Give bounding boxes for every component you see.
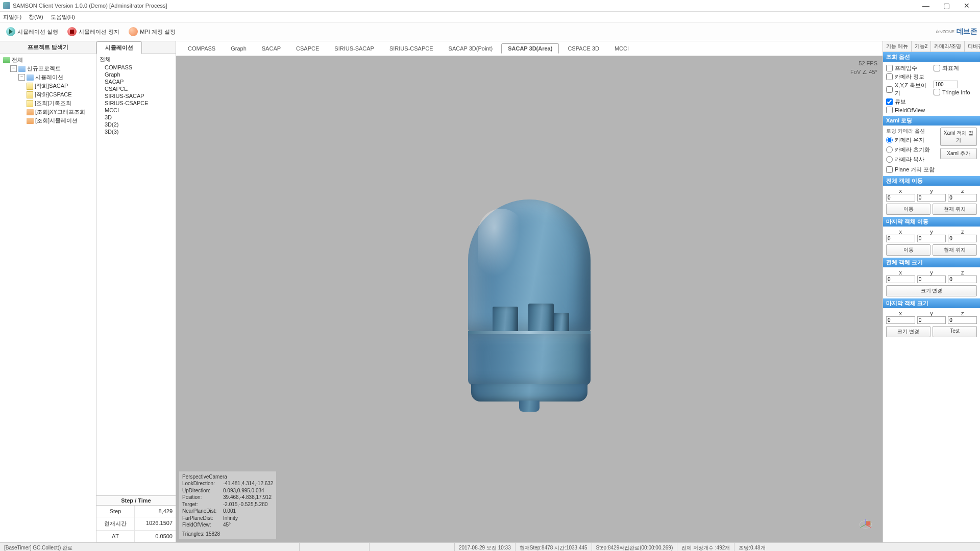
collapse-icon[interactable]: −: [10, 65, 17, 72]
tab-simulation[interactable]: 시뮬레이션: [96, 41, 142, 54]
rtab-debug[interactable]: 디버깅: [965, 41, 980, 52]
sim-item[interactable]: CSAPCE: [100, 85, 173, 92]
sim-item[interactable]: 3D(2): [100, 121, 173, 128]
hud-overlay: 52 FPS FoV ∠ 45°: [850, 59, 877, 76]
size-last-x[interactable]: [886, 316, 915, 324]
move-last-x[interactable]: [886, 235, 915, 242]
tree-item[interactable]: −신규프로젝트: [1, 64, 95, 73]
size-last-z[interactable]: [948, 316, 977, 324]
view-tab[interactable]: SACAP 3D(Point): [442, 43, 500, 54]
triangle-count: Triangles: 15828: [182, 531, 273, 538]
open-xaml-button[interactable]: Xaml 객체 열기: [940, 128, 977, 146]
move-all-current-button[interactable]: 현재 위치: [933, 204, 977, 215]
move-all-x[interactable]: [886, 194, 915, 202]
move-all-button[interactable]: 이동: [886, 204, 930, 215]
sim-item[interactable]: SACAP: [100, 78, 173, 85]
window-title: SAMSON Client Version 1.0.0 (Demo) [Admi…: [13, 3, 916, 9]
xyz-length-input[interactable]: [934, 81, 958, 88]
chk-triangle-info[interactable]: Tringle Info: [934, 88, 977, 96]
group-view-options: 조회 옵션: [883, 52, 980, 62]
menu-file[interactable]: 파일(F): [3, 13, 21, 21]
move-last-button[interactable]: 이동: [886, 244, 930, 256]
tree-root[interactable]: 전체: [1, 56, 95, 64]
move-last-current-button[interactable]: 현재 위치: [933, 244, 977, 256]
view-tab[interactable]: CSAPCE: [289, 43, 326, 54]
sim-item[interactable]: SIRIUS-SACAP: [100, 92, 173, 99]
menu-bar: 파일(F) 창(W) 도움말(H): [0, 12, 980, 22]
main-area: 프로젝트 탐색기 전체 −신규프로젝트 −시뮬레이션 [작화]SACAP [작화…: [0, 41, 980, 542]
tree-item[interactable]: [조회]기록조회: [1, 99, 95, 108]
chk-coord[interactable]: 좌표계: [934, 64, 977, 72]
move-last-z[interactable]: [948, 235, 977, 242]
view-tab[interactable]: COMPASS: [181, 43, 222, 54]
view-tab[interactable]: SACAP 3D(Area): [501, 43, 559, 54]
folder-icon: [3, 57, 10, 63]
chk-cube[interactable]: 큐브: [886, 97, 929, 106]
radio-cam-reset[interactable]: 카메라 초기화: [886, 145, 937, 154]
chk-frame[interactable]: 프레임수: [886, 64, 929, 72]
tree-item[interactable]: [작화]SACAP: [1, 82, 95, 90]
size-all-z[interactable]: [948, 276, 977, 283]
rendered-object: [468, 199, 591, 419]
close-button[interactable]: ✕: [957, 0, 977, 11]
add-xaml-button[interactable]: Xaml 추가: [940, 148, 977, 159]
rtab-func[interactable]: 기능 메뉴: [883, 41, 912, 52]
size-all-button[interactable]: 크기 변경: [886, 285, 977, 296]
toolbar: 시뮬레이션 실행 시뮬레이션 정지 MPI 계정 설정 devZONE 데브존: [0, 22, 980, 41]
simulation-tree[interactable]: 전체 COMPASS Graph SACAP CSAPCE SIRIUS-SAC…: [96, 54, 176, 495]
test-button[interactable]: Test: [933, 326, 977, 337]
view-tab[interactable]: SACAP: [255, 43, 287, 54]
menu-help[interactable]: 도움말(H): [51, 13, 75, 21]
size-last-y[interactable]: [917, 316, 946, 324]
menu-window[interactable]: 창(W): [29, 13, 43, 21]
user-icon: [129, 27, 138, 36]
tree-item[interactable]: [조회]시뮬레이션: [1, 116, 95, 125]
sim-root[interactable]: 전체: [100, 55, 173, 64]
sim-item[interactable]: 3D(3): [100, 128, 173, 135]
size-all-x[interactable]: [886, 276, 915, 283]
view-tab[interactable]: MCCI: [608, 43, 635, 54]
rtab-func2[interactable]: 기능2: [912, 41, 932, 52]
title-bar: SAMSON Client Version 1.0.0 (Demo) [Admi…: [0, 0, 980, 12]
chk-plane-dist[interactable]: Plane 거리 포함: [886, 165, 937, 174]
stop-icon: [67, 27, 77, 36]
sim-item[interactable]: 3D: [100, 114, 173, 121]
radio-cam-copy[interactable]: 카메라 복사: [886, 155, 937, 164]
play-icon: [6, 27, 15, 36]
view-tab[interactable]: SIRIUS-CSAPCE: [383, 43, 440, 54]
logo-right: 데브존: [957, 27, 977, 36]
tree-item[interactable]: [조회]XY그래프조회: [1, 108, 95, 116]
minimize-button[interactable]: —: [916, 0, 936, 11]
view-tab[interactable]: SIRIUS-SACAP: [328, 43, 381, 54]
move-last-y[interactable]: [917, 235, 946, 242]
group-size-last: 마지막 객체 크기: [883, 298, 980, 308]
move-all-z[interactable]: [948, 194, 977, 202]
sim-item[interactable]: Graph: [100, 71, 173, 78]
maximize-button[interactable]: ▢: [936, 0, 957, 11]
view-tab[interactable]: CSPACE 3D: [561, 43, 606, 54]
mpi-settings-button[interactable]: MPI 계정 설정: [126, 26, 179, 37]
rtab-camera[interactable]: 카메라/조명: [931, 41, 965, 52]
stop-simulation-button[interactable]: 시뮬레이션 정지: [64, 26, 122, 37]
run-simulation-button[interactable]: 시뮬레이션 실행: [3, 26, 61, 37]
project-tree[interactable]: 전체 −신규프로젝트 −시뮬레이션 [작화]SACAP [작화]CSPACE […: [0, 54, 96, 542]
size-all-y[interactable]: [917, 276, 946, 283]
move-all-y[interactable]: [917, 194, 946, 202]
radio-cam-keep[interactable]: 카메라 유지: [886, 136, 937, 144]
simulation-panel: 시뮬레이션 전체 COMPASS Graph SACAP CSAPCE SIRI…: [96, 41, 176, 542]
tree-item[interactable]: −시뮬레이션: [1, 73, 95, 82]
tree-item[interactable]: [작화]CSPACE: [1, 90, 95, 99]
size-last-button[interactable]: 크기 변경: [886, 326, 930, 337]
sim-item[interactable]: SIRIUS-CSAPCE: [100, 99, 173, 107]
viewport-3d[interactable]: 52 FPS FoV ∠ 45° PerspectiveCamera LookD…: [176, 56, 883, 542]
camera-title: PerspectiveCamera: [182, 473, 273, 481]
sim-item[interactable]: MCCI: [100, 107, 173, 114]
sim-item[interactable]: COMPASS: [100, 64, 173, 71]
brand-logo: devZONE 데브존: [936, 27, 977, 36]
chk-xyz-axis[interactable]: X,Y,Z 축보이기: [886, 81, 929, 97]
chk-fov[interactable]: FieldOfView: [886, 106, 929, 114]
chk-camera-info[interactable]: 카메라 정보: [886, 72, 929, 81]
view-tab[interactable]: Graph: [224, 43, 253, 54]
collapse-icon[interactable]: −: [18, 74, 25, 81]
axis-gizmo[interactable]: [858, 517, 873, 532]
